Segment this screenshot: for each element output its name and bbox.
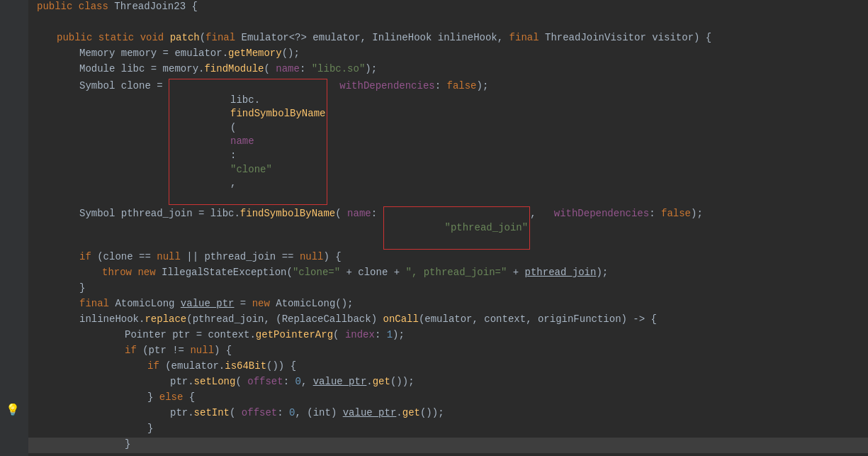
code-line-19: } xyxy=(28,422,868,438)
highlight-pthread: "pthread_join" xyxy=(383,206,531,250)
code-line-8: if (clone == null || pthread_join == nul… xyxy=(28,250,868,266)
code-line-2 xyxy=(28,16,868,31)
code-line-14: if (ptr != null ) { xyxy=(28,344,868,360)
gutter-icon-bulb: 💡 xyxy=(6,403,20,417)
code-line-20: } xyxy=(28,438,868,453)
code-line-15: if (emulator. is64Bit ()) { xyxy=(28,360,868,375)
code-line-13: Pointer ptr = context. getPointerArg ( i… xyxy=(28,328,868,344)
code-line-7: Symbol pthread_join = libc. findSymbolBy… xyxy=(28,206,868,250)
code-line-9: throw new IllegalStateException( "clone=… xyxy=(28,266,868,282)
code-line-16: ptr. setLong ( offset : 0 , value_ptr. g… xyxy=(28,375,868,391)
code-line-3: public static void patch ( final Emulato… xyxy=(28,31,868,47)
code-line-18: ptr. setInt ( offset : 0 , (int) value_p… xyxy=(28,406,868,422)
code-content[interactable]: public class ThreadJoin23 { public stati… xyxy=(28,0,868,456)
code-line-12: inlineHook. replace (pthread_join, (Repl… xyxy=(28,313,868,328)
code-editor: 💡 public class ThreadJoin23 { public sta… xyxy=(0,0,868,456)
code-line-5: Module libc = memory. findModule ( name … xyxy=(28,62,868,78)
code-line-17: } else { xyxy=(28,391,868,406)
code-line-1: public class ThreadJoin23 { xyxy=(28,0,868,16)
code-line-11: final AtomicLong value_ptr = new AtomicL… xyxy=(28,297,868,313)
code-line-21 xyxy=(28,453,868,456)
code-line-4: Memory memory = emulator. getMemory (); xyxy=(28,47,868,62)
highlight-clone: libc. findSymbolByName ( name : "clone" … xyxy=(169,79,327,205)
line-gutter: 💡 xyxy=(0,0,28,456)
code-line-10: } xyxy=(28,282,868,297)
code-line-6: Symbol clone = libc. findSymbolByName ( … xyxy=(28,78,868,206)
